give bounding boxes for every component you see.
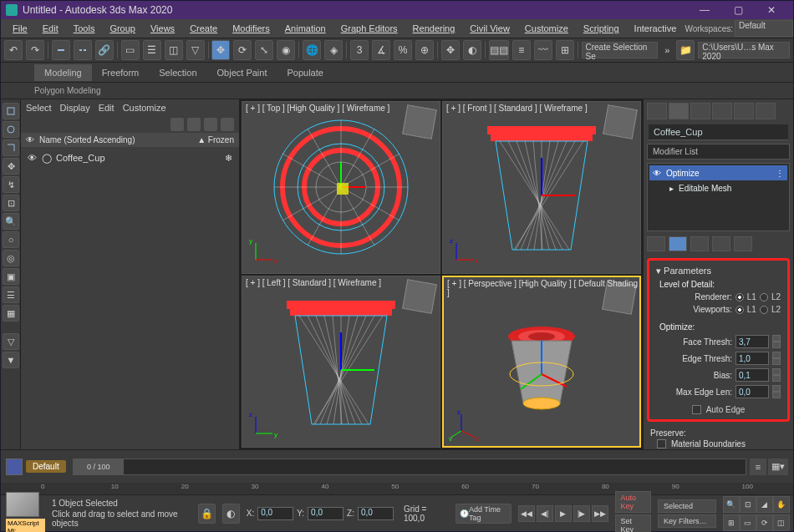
show-end-icon[interactable]: [669, 236, 687, 251]
stack-item-optimize[interactable]: 👁 Optimize ⋮: [649, 165, 787, 180]
select-name-button[interactable]: ☰: [143, 40, 161, 60]
add-time-tag-button[interactable]: 🕐 Add Time Tag: [456, 504, 512, 524]
edge-thresh-input[interactable]: 1,0: [735, 352, 769, 365]
isolate-icon[interactable]: ◐: [222, 504, 240, 524]
display-tab-icon[interactable]: [734, 103, 754, 119]
viewport-top[interactable]: [ + ] [ Top ] [High Quality ] [ Wirefram…: [242, 101, 440, 274]
viewport-persp-label[interactable]: [ + ] [ Perspective ] [High Quality ] [ …: [447, 279, 639, 297]
menu-scripting[interactable]: Scripting: [577, 21, 626, 36]
frozen-column[interactable]: ▲ Frozen: [197, 135, 234, 144]
set-key-button[interactable]: Set Key: [615, 514, 651, 533]
filter-button[interactable]: ▽: [186, 40, 205, 60]
fov-icon[interactable]: ◢: [756, 496, 773, 513]
scene-tool-1[interactable]: [171, 118, 184, 131]
ribbon-objectpaint[interactable]: Object Paint: [207, 64, 277, 81]
selection-set-dropdown[interactable]: Create Selection Se: [582, 42, 659, 58]
select-region-button[interactable]: ◫: [165, 40, 183, 60]
spinner-up[interactable]: [772, 335, 781, 342]
max-edge-input[interactable]: 0,0: [735, 385, 769, 398]
pivot-button[interactable]: ◈: [324, 40, 343, 60]
menu-interactive[interactable]: Interactive: [628, 21, 684, 36]
minimize-button[interactable]: —: [688, 4, 721, 16]
layer-button[interactable]: ≡: [512, 40, 531, 60]
ls-zoom-icon[interactable]: 🔍: [3, 213, 19, 230]
eye-icon[interactable]: 👁: [26, 135, 39, 144]
play-button[interactable]: ▶: [555, 505, 572, 522]
menu-group[interactable]: Group: [103, 21, 142, 36]
name-column[interactable]: Name (Sorted Ascending): [39, 135, 197, 144]
scene-tool-2[interactable]: [187, 118, 201, 131]
redo-button[interactable]: ↷: [26, 40, 44, 60]
viewport-left[interactable]: [ + ] [ Left ] [ Standard ] [ Wireframe …: [242, 276, 440, 448]
viewcube-icon[interactable]: [402, 279, 437, 314]
menu-views[interactable]: Views: [144, 21, 181, 36]
select-button[interactable]: ▭: [121, 40, 140, 60]
zoom-region-icon[interactable]: ▭: [740, 514, 756, 531]
zoom-all-icon[interactable]: ⊡: [740, 496, 756, 513]
spinner-up[interactable]: [772, 368, 781, 375]
ribbon-populate[interactable]: Populate: [277, 64, 333, 81]
viewport-left-label[interactable]: [ + ] [ Left ] [ Standard ] [ Wireframe …: [246, 278, 381, 287]
x-input[interactable]: 0,0: [257, 507, 293, 520]
polygon-modeling-label[interactable]: Polygon Modeling: [34, 86, 101, 95]
auto-key-button[interactable]: Auto Key: [615, 491, 651, 513]
menu-rendering[interactable]: Rendering: [406, 21, 462, 36]
move-button[interactable]: ✥: [211, 40, 230, 60]
bias-input[interactable]: 0,1: [735, 368, 769, 382]
y-input[interactable]: 0,0: [308, 507, 344, 520]
viewports-l2-radio[interactable]: [760, 306, 768, 314]
z-input[interactable]: 0,0: [358, 507, 394, 520]
percent-snap-button[interactable]: %: [394, 40, 412, 60]
spinner-up[interactable]: [772, 352, 781, 358]
align-button[interactable]: ▤▤: [489, 40, 509, 60]
motion-tab-icon[interactable]: [712, 103, 732, 119]
expand-icon[interactable]: ⋮: [776, 169, 784, 178]
scene-tab-customize[interactable]: Customize: [123, 103, 166, 113]
place-button[interactable]: ◉: [277, 40, 295, 60]
ls-grid-icon[interactable]: ▦: [3, 305, 19, 322]
angle-snap-button[interactable]: ∡: [372, 40, 390, 60]
spinner-down[interactable]: [772, 342, 781, 348]
spinner-down[interactable]: [772, 358, 781, 365]
schematic-button[interactable]: ⊞: [556, 40, 574, 60]
viewport-front-label[interactable]: [ + ] [ Front ] [ Standard ] [ Wireframe…: [446, 104, 588, 113]
titlebar[interactable]: Untitled - Autodesk 3ds Max 2020 — ▢ ✕: [1, 1, 793, 19]
pin-icon[interactable]: [647, 236, 665, 251]
unlink-button[interactable]: [74, 40, 92, 60]
rotate-button[interactable]: ⟳: [233, 40, 252, 60]
menu-create[interactable]: Create: [183, 21, 224, 36]
maximize-button[interactable]: ▢: [721, 4, 755, 16]
layer-icon[interactable]: ≡: [750, 459, 766, 475]
link-button[interactable]: [52, 40, 70, 60]
ls-rect-icon[interactable]: [3, 139, 19, 156]
mat-bounds-checkbox[interactable]: [657, 439, 666, 448]
folder-button[interactable]: 📁: [676, 40, 695, 60]
modify-tab-icon[interactable]: [669, 103, 689, 119]
ls-move-icon[interactable]: [3, 121, 19, 138]
renderer-l1-radio[interactable]: [735, 293, 744, 301]
create-tab-icon[interactable]: [647, 103, 667, 119]
bind-button[interactable]: 🔗: [95, 40, 114, 60]
ribbon-selection[interactable]: Selection: [149, 64, 206, 81]
coord-system-button[interactable]: 🌐: [303, 40, 321, 60]
viewport-top-label[interactable]: [ + ] [ Top ] [High Quality ] [ Wirefram…: [246, 104, 389, 113]
calc-icon[interactable]: ▦▾: [768, 459, 788, 475]
renderer-l2-radio[interactable]: [760, 293, 768, 301]
face-thresh-input[interactable]: 3,7: [735, 335, 769, 348]
eye-icon[interactable]: 👁: [26, 152, 38, 164]
ls-lock-icon[interactable]: ▼: [3, 352, 19, 368]
spinner-snap-button[interactable]: ⊕: [415, 40, 434, 60]
zoom-ext-icon[interactable]: ⊞: [723, 514, 740, 531]
ribbon-freeform[interactable]: Freeform: [92, 64, 150, 81]
tree-item-label[interactable]: Coffee_Cup: [56, 153, 105, 163]
ls-frame-icon[interactable]: ⊡: [3, 195, 19, 211]
maxscript-label[interactable]: MAXScript Mi:: [6, 519, 45, 533]
viewports-l1-radio[interactable]: [735, 306, 744, 314]
scene-header[interactable]: 👁 Name (Sorted Ascending) ▲ Frozen: [21, 133, 239, 147]
spinner-down[interactable]: [772, 375, 781, 382]
timeline-toggle[interactable]: [6, 459, 23, 475]
spinner-down[interactable]: [772, 392, 781, 398]
time-thumb[interactable]: 0 / 100: [74, 459, 124, 474]
modifier-list-label[interactable]: Modifier List: [647, 144, 790, 160]
key-filters-button[interactable]: Key Filters…: [658, 514, 716, 528]
